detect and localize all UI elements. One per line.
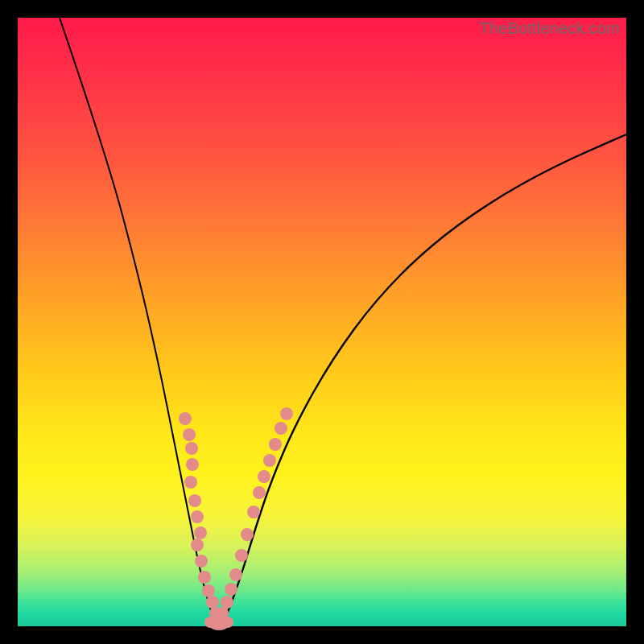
data-marker <box>275 422 287 435</box>
data-marker <box>198 571 211 584</box>
data-marker <box>263 454 276 467</box>
chart-area: TheBottleneck.com <box>18 18 626 626</box>
data-marker <box>186 458 199 471</box>
data-marker <box>269 438 282 451</box>
data-marker <box>202 584 215 597</box>
data-marker <box>258 470 270 483</box>
data-marker <box>194 526 207 539</box>
watermark-text: TheBottleneck.com <box>479 19 620 38</box>
data-marker <box>191 539 204 551</box>
data-marker <box>206 596 219 609</box>
data-marker <box>247 506 260 518</box>
chart-svg <box>18 18 626 626</box>
markers-right <box>216 407 293 620</box>
curve-right-branch <box>219 134 626 625</box>
data-marker <box>221 596 233 609</box>
data-marker <box>253 486 266 499</box>
data-marker <box>183 428 196 441</box>
data-marker <box>222 617 233 628</box>
data-marker <box>185 442 198 455</box>
data-marker <box>280 407 293 420</box>
data-marker <box>191 510 204 523</box>
data-marker <box>235 549 248 562</box>
data-marker <box>229 568 242 581</box>
data-marker <box>188 494 201 507</box>
data-marker <box>195 555 208 568</box>
markers-left <box>179 412 222 620</box>
data-marker <box>184 476 197 489</box>
data-marker <box>179 412 192 425</box>
data-marker <box>241 528 254 541</box>
data-marker <box>225 583 237 596</box>
